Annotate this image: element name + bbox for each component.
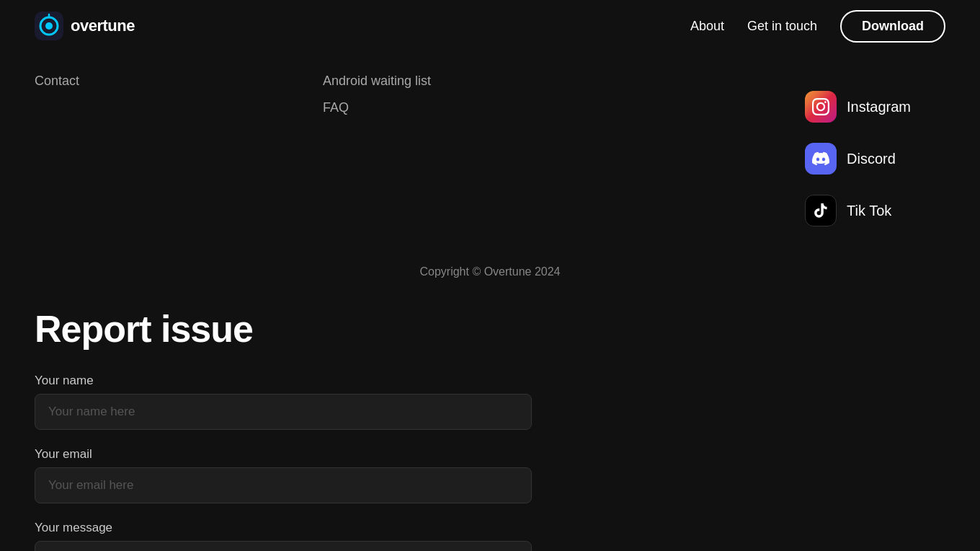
nav-about[interactable]: About: [690, 19, 724, 34]
message-textarea[interactable]: [35, 541, 532, 551]
tiktok-icon: [805, 195, 837, 226]
nav-get-in-touch[interactable]: Get in touch: [747, 19, 817, 34]
copyright-text: Copyright © Overtune 2024: [419, 265, 560, 278]
svg-point-2: [45, 22, 53, 30]
copyright-section: Copyright © Overtune 2024: [0, 237, 980, 293]
logo-area[interactable]: overtune: [35, 12, 135, 40]
message-label: Your message: [35, 521, 758, 535]
footer-faq-link[interactable]: FAQ: [323, 100, 431, 115]
email-label: Your email: [35, 447, 758, 462]
footer-contact-link[interactable]: Contact: [35, 74, 179, 89]
discord-icon: [805, 143, 837, 175]
footer-right-links: Android waiting list FAQ: [323, 66, 431, 237]
message-form-group: Your message: [35, 521, 758, 551]
logo-icon: [35, 12, 63, 40]
footer-middle-links: Contact: [35, 66, 179, 237]
discord-label: Discord: [847, 151, 896, 167]
name-form-group: Your name: [35, 374, 758, 430]
instagram-icon: [805, 91, 837, 123]
instagram-label: Instagram: [847, 99, 911, 115]
footer-android-link[interactable]: Android waiting list: [323, 74, 431, 89]
download-button[interactable]: Download: [840, 10, 945, 43]
navbar: overtune About Get in touch Download: [0, 0, 980, 52]
tiktok-link[interactable]: Tik Tok: [805, 185, 911, 237]
name-input[interactable]: [35, 394, 532, 430]
logo-text: overtune: [71, 17, 135, 35]
form-title: Report issue: [35, 307, 758, 351]
top-section: Contact Android waiting list FAQ Instagr…: [0, 52, 980, 237]
tiktok-label: Tik Tok: [847, 203, 891, 219]
name-label: Your name: [35, 374, 758, 388]
email-form-group: Your email: [35, 447, 758, 503]
instagram-link[interactable]: Instagram: [805, 81, 911, 133]
nav-links: About Get in touch Download: [690, 10, 945, 43]
email-input[interactable]: [35, 467, 532, 503]
discord-link[interactable]: Discord: [805, 133, 911, 185]
report-issue-section: Report issue Your name Your email Your m…: [0, 293, 793, 551]
social-links: Instagram Discord Tik Tok: [805, 66, 945, 237]
